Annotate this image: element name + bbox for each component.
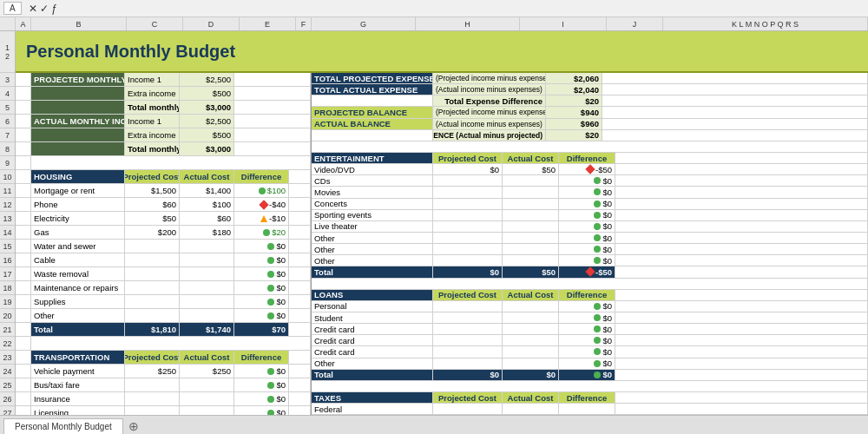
r-row-18: Other $0	[312, 244, 868, 255]
r-row-14: Concerts $0	[312, 199, 868, 210]
row-19: Supplies $0	[16, 295, 311, 309]
loans-total-diff: $0	[559, 370, 615, 380]
row-7: Extra income $500	[16, 128, 311, 142]
total-act-exp-val: $2,040	[546, 84, 602, 95]
loans-label: LOANS	[312, 290, 433, 300]
act-extra-label: Extra income	[125, 128, 180, 141]
video-act: $50	[503, 164, 559, 174]
gas-proj: $200	[125, 226, 180, 239]
r-row-19: Other $0	[312, 255, 868, 266]
ent-other3-label: Other	[312, 255, 433, 266]
loans-total-act: $0	[503, 370, 559, 380]
row-17: Waste removal $0	[16, 267, 311, 281]
theater-diff: $0	[559, 221, 615, 232]
vehicle-label: Vehicle payment	[31, 365, 125, 378]
transport-proj-col: Projected Cost	[125, 351, 180, 364]
row-10: HOUSING Projected Cost Actual Cost Diffe…	[16, 170, 311, 184]
supplies-diff: $0	[234, 295, 289, 308]
row-numbers: 12 3 4 5 6 7 8 9 10 11 12 13 14 15 16 17…	[0, 31, 16, 415]
bus-label: Bus/taxi fare	[31, 378, 125, 391]
personal-loan-label: Personal	[312, 301, 433, 312]
housing-other-diff: $0	[234, 309, 289, 322]
act-total-val: $3,000	[180, 142, 234, 155]
video-label: Video/DVD	[312, 164, 433, 174]
total-exp-diff-label: Total Expense Difference	[433, 95, 546, 106]
left-panel: PROJECTED MONTHLY INCOME Income 1 $2,500…	[16, 73, 312, 415]
student-loan-diff: $0	[559, 312, 615, 323]
cds-label: CDs	[312, 175, 433, 186]
water-diff: $0	[234, 240, 289, 253]
r-row-13: Movies $0	[312, 187, 868, 198]
total-proj-exp-note: (Projected income minus expenses)	[433, 73, 546, 83]
total-monthly-proj: $3,000	[180, 101, 234, 114]
row-23: TRANSPORTATION Projected Cost Actual Cos…	[16, 351, 311, 365]
r-row-26: Credit card $0	[312, 335, 868, 346]
electricity-act: $60	[180, 212, 234, 225]
r-row-6: PROJECTED BALANCE (Projected income minu…	[312, 107, 868, 118]
loans-other-diff: $0	[559, 358, 615, 369]
r-row-29: Total $0 $0 $0	[312, 370, 868, 381]
row-21: Total $1,810 $1,740 $70	[16, 323, 311, 337]
ent-other2-diff: $0	[559, 244, 615, 254]
r-row-27: Credit card $0	[312, 346, 868, 358]
ent-other1-diff: $0	[559, 233, 615, 243]
housing-label: HOUSING	[31, 170, 125, 183]
r-row-8: BALANCE DIFFERENCE (Actual minus project…	[312, 130, 868, 141]
row-27: Licensing $0	[16, 406, 311, 415]
total-act-exp-label: TOTAL ACTUAL EXPENSE	[312, 84, 433, 95]
r-row-23: Personal $0	[312, 301, 868, 312]
row-24: Vehicle payment $250 $250 $0	[16, 365, 311, 378]
ent-total-proj: $0	[433, 266, 503, 277]
r-federal-diff	[559, 404, 615, 414]
sheet-tab[interactable]: Personal Monthly Budget	[3, 418, 123, 434]
supplies-label: Supplies	[31, 295, 125, 308]
r-taxes-label: TAXES	[312, 392, 433, 403]
r-row-21	[312, 279, 868, 290]
phone-label: Phone	[31, 198, 125, 211]
r-row-17: Other $0	[312, 233, 868, 244]
cable-diff: $0	[234, 253, 289, 266]
cc3-diff: $0	[559, 346, 615, 357]
r-taxes-proj-col: Projected Cost	[433, 392, 503, 403]
phone-proj: $60	[125, 198, 180, 211]
ent-other1-label: Other	[312, 233, 433, 243]
r-row-22: LOANS Projected Cost Actual Cost Differe…	[312, 290, 868, 301]
mortgage-diff: $100	[234, 184, 289, 197]
total-act-exp-note: (Actual income minus expenses)	[433, 84, 546, 95]
vehicle-proj: $250	[125, 365, 180, 378]
r-row-5: Total Expense Difference $20	[312, 95, 868, 107]
water-label: Water and sewer	[31, 240, 125, 253]
balance-diff-val: $20	[546, 130, 602, 141]
col-j: J	[607, 17, 663, 30]
ent-diff-col: Difference	[559, 153, 615, 163]
col-i: I	[520, 17, 607, 30]
row-26: Insurance $0	[16, 392, 311, 406]
actual-income-label: ACTUAL MONTHLY INCOME	[31, 115, 125, 128]
r-row-11: Video/DVD $0 $50 -$50	[312, 164, 868, 175]
ent-total-diff: -$50	[559, 266, 615, 277]
maintenance-label: Maintenance or repairs	[31, 281, 125, 294]
movies-label: Movies	[312, 187, 433, 197]
col-f: F	[296, 17, 312, 30]
licensing-diff: $0	[234, 406, 289, 415]
add-sheet-button[interactable]: ⊕	[125, 418, 142, 434]
insurance-diff: $0	[234, 392, 289, 405]
projected-income-label: PROJECTED MONTHLY INCOME	[31, 73, 125, 86]
row-8: Total monthly income $3,000	[16, 142, 311, 156]
formula-bar: A ✕ ✓ ƒ	[0, 0, 868, 17]
maintenance-diff: $0	[234, 281, 289, 294]
ent-act-col: Actual Cost	[503, 153, 559, 163]
housing-other-label: Other	[31, 309, 125, 322]
column-headers: A B C D E F G H I J K L M N O P Q R S	[0, 17, 868, 31]
title-row: Personal Monthly Budget	[16, 31, 868, 73]
personal-loan-diff: $0	[559, 301, 615, 312]
housing-total-label: Total	[31, 323, 125, 336]
bus-diff: $0	[234, 378, 289, 391]
col-c: C	[127, 17, 183, 30]
actual-income-label2	[31, 128, 125, 141]
projected-income-label3	[31, 101, 125, 114]
cell-ref[interactable]: A	[3, 2, 22, 15]
spreadsheet-container: A ✕ ✓ ƒ A B C D E F G H I J K L M N O P …	[0, 0, 868, 434]
act-total-label: Total monthly income	[125, 142, 180, 155]
col-a: A	[16, 17, 31, 30]
